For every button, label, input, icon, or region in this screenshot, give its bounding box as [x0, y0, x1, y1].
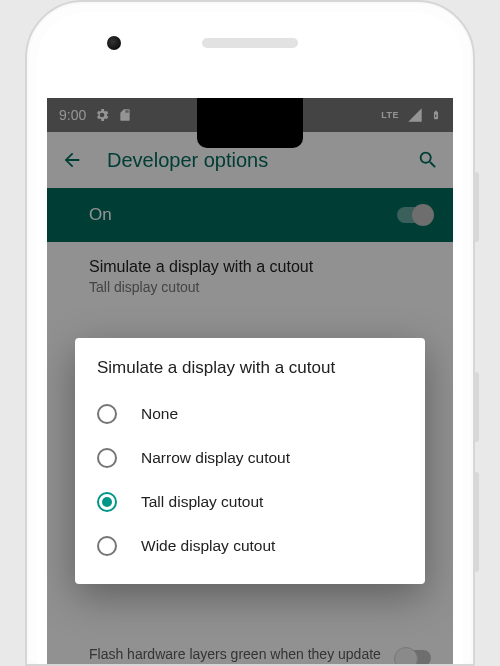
earpiece-grille [202, 38, 298, 48]
radio-icon [97, 404, 117, 424]
dialog-title: Simulate a display with a cutout [97, 358, 403, 378]
radio-icon [97, 536, 117, 556]
volume-up-button [473, 172, 479, 242]
option-label: Wide display cutout [141, 537, 275, 555]
radio-icon [97, 448, 117, 468]
device-frame: 9:00 LTE Developer options On Simulate a… [25, 0, 475, 666]
radio-icon [97, 492, 117, 512]
power-button [473, 472, 479, 572]
option-label: None [141, 405, 178, 423]
front-camera [107, 36, 121, 50]
option-none[interactable]: None [97, 392, 403, 436]
option-wide[interactable]: Wide display cutout [97, 524, 403, 568]
screen: 9:00 LTE Developer options On Simulate a… [47, 98, 453, 664]
option-tall[interactable]: Tall display cutout [97, 480, 403, 524]
cutout-dialog: Simulate a display with a cutout None Na… [75, 338, 425, 584]
option-label: Tall display cutout [141, 493, 263, 511]
option-label: Narrow display cutout [141, 449, 290, 467]
option-narrow[interactable]: Narrow display cutout [97, 436, 403, 480]
volume-down-button [473, 372, 479, 442]
